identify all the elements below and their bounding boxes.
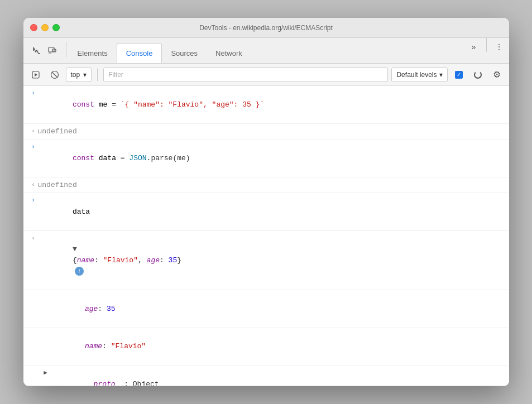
context-arrow: ▾ — [83, 71, 87, 79]
obj-key-name: name — [77, 256, 94, 264]
var-data: data — [99, 154, 116, 162]
keyword-const: const — [73, 100, 99, 109]
info-icon[interactable]: i — [75, 267, 84, 276]
input-arrow[interactable]: › — [29, 142, 38, 152]
obj-key-age: age — [147, 256, 160, 264]
var-data-ref: data — [73, 208, 90, 216]
console-code: const me = `{ "name": "Flavio", "age": 3… — [38, 88, 505, 121]
console-row: › data — [23, 193, 509, 231]
return-value: undefined — [38, 126, 505, 137]
devtools-window: DevTools - en.wikipedia.org/wiki/ECMAScr… — [23, 18, 509, 386]
console-row: ‹ undefined — [23, 124, 509, 140]
traffic-lights — [30, 24, 60, 31]
reload-button[interactable] — [470, 67, 486, 83]
gear-icon: ⚙ — [493, 69, 501, 80]
devtools-menu-button[interactable]: ⋮ — [491, 39, 507, 55]
prop-key-age: age — [85, 305, 98, 313]
tab-network[interactable]: Network — [207, 43, 251, 63]
object-property-row: ▶ __proto__: Object — [23, 365, 509, 386]
toolbar-separator — [97, 69, 98, 81]
return-value2: undefined — [38, 180, 505, 191]
prop-colon: : — [98, 305, 107, 313]
obj-brace-open: { — [73, 256, 77, 264]
proto-colon: : — [124, 380, 133, 387]
tab-console[interactable]: Console — [117, 43, 162, 63]
preserve-log-checkbox[interactable] — [455, 71, 463, 79]
levels-label: Default levels — [396, 71, 437, 79]
input-arrow3[interactable]: › — [29, 195, 38, 205]
console-code: data — [38, 195, 505, 228]
proto-expand-arrow[interactable]: ▶ — [41, 368, 50, 378]
refresh-icon — [474, 71, 482, 79]
string-value: `{ "name": "Flavio", "age": 35 }` — [121, 100, 264, 109]
input-arrow[interactable]: › — [29, 88, 38, 98]
execute-button[interactable] — [28, 67, 44, 83]
tabs-bar: Elements Console Sources Network » ⋮ — [23, 38, 509, 64]
prop-spacer — [41, 292, 50, 293]
filter-input[interactable] — [103, 68, 388, 82]
more-tabs-button[interactable]: » — [466, 39, 482, 55]
tab-sources[interactable]: Sources — [162, 43, 207, 63]
levels-arrow: ▾ — [439, 71, 443, 79]
console-output: › const me = `{ "name": "Flavio", "age":… — [23, 86, 509, 386]
toolbar-icon-group — [26, 44, 64, 63]
titlebar: DevTools - en.wikipedia.org/wiki/ECMAScr… — [23, 18, 509, 38]
prop-val-name: "Flavio" — [111, 342, 146, 350]
return-arrow: ‹ — [29, 126, 38, 136]
console-code: const data = JSON.parse(me) — [38, 142, 505, 175]
keyword-const2: const — [73, 154, 99, 162]
plain-equals2: = — [116, 154, 129, 162]
property-age: age: 35 — [50, 292, 505, 325]
return-arrow2: ‹ — [29, 180, 38, 190]
obj-colon2: : — [160, 256, 169, 264]
console-row: › const data = JSON.parse(me) — [23, 140, 509, 177]
console-toolbar: top ▾ Default levels ▾ ⚙ — [23, 64, 509, 86]
expand-arrow[interactable]: ▼ — [73, 245, 77, 253]
obj-colon1: : — [94, 256, 103, 264]
property-name: name: "Flavio" — [50, 330, 505, 363]
object-property-row: age: 35 — [23, 290, 509, 328]
json-object: JSON — [129, 154, 146, 162]
property-proto: __proto__: Object — [50, 368, 505, 386]
tab-divider — [66, 42, 66, 57]
console-row: ‹ ▼ {name: "Flavio", age: 35} i — [23, 231, 509, 291]
return-arrow3: ‹ — [29, 233, 38, 243]
tab-divider-right — [486, 36, 487, 52]
console-row: ‹ undefined — [23, 177, 509, 194]
var-me: me — [99, 100, 108, 109]
context-value: top — [71, 71, 80, 79]
obj-brace-close: } — [177, 256, 181, 264]
checkbox-preserve[interactable] — [451, 67, 467, 83]
settings-button[interactable]: ⚙ — [489, 67, 505, 83]
svg-marker-4 — [35, 73, 37, 76]
prop-spacer2 — [41, 330, 50, 331]
tab-elements[interactable]: Elements — [69, 43, 117, 63]
minimize-button[interactable] — [41, 24, 49, 31]
obj-str-flavio: "Flavio" — [103, 256, 138, 264]
tabs-right: » ⋮ — [466, 36, 507, 63]
context-selector[interactable]: top ▾ — [66, 68, 92, 82]
maximize-button[interactable] — [52, 24, 60, 31]
prop-key-name: name — [85, 342, 102, 350]
prop-colon2: : — [102, 342, 111, 350]
object-property-row: name: "Flavio" — [23, 328, 509, 366]
obj-num-35: 35 — [169, 256, 178, 264]
prop-key-proto: __proto__ — [85, 380, 124, 387]
object-summary: ▼ {name: "Flavio", age: 35} i — [38, 233, 505, 288]
window-title: DevTools - en.wikipedia.org/wiki/ECMAScr… — [199, 24, 333, 32]
clear-button[interactable] — [47, 67, 63, 83]
plain-equals: = — [107, 100, 120, 109]
svg-line-6 — [52, 72, 57, 78]
inspect-icon[interactable] — [30, 44, 44, 57]
obj-comma1: , — [138, 256, 147, 264]
prop-val-age: 35 — [107, 305, 116, 313]
close-button[interactable] — [30, 24, 37, 31]
parse-call: .parse(me) — [147, 154, 190, 162]
svg-rect-0 — [49, 47, 54, 52]
proto-val: Object — [133, 380, 159, 387]
device-icon[interactable] — [46, 44, 59, 57]
console-row: › const me = `{ "name": "Flavio", "age":… — [23, 86, 509, 124]
levels-button[interactable]: Default levels ▾ — [391, 68, 447, 82]
